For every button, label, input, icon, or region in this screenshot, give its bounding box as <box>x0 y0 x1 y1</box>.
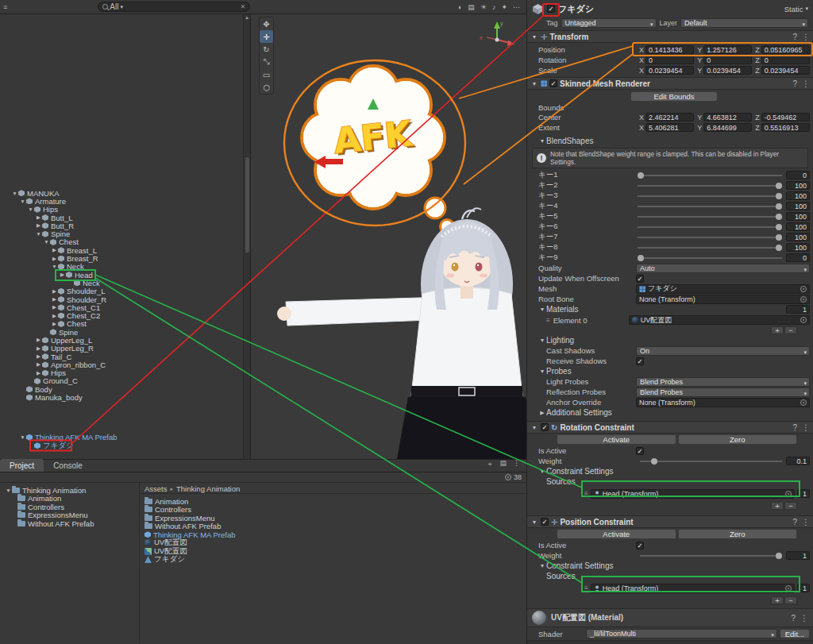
scroll-up-icon[interactable]: ▲ <box>244 14 250 20</box>
foldout-arrow-icon[interactable]: ▼ <box>530 519 538 525</box>
fold-arrow-icon[interactable]: ▶ <box>51 296 58 303</box>
fold-arrow-icon[interactable]: ▶ <box>51 304 58 310</box>
2d-toggle-icon[interactable]: ▤ <box>468 3 475 11</box>
materials-label[interactable]: Materials <box>546 305 786 314</box>
reflection-probes-dropdown[interactable]: Blend Probes <box>636 388 810 397</box>
breadcrumb-root[interactable]: Assets <box>144 484 168 493</box>
bounds-center-z-field[interactable]: -0.549462 <box>761 113 810 121</box>
foldout-arrow-icon[interactable]: ▼ <box>530 81 538 87</box>
blendshape-slider[interactable] <box>638 222 782 232</box>
rotation-constraint-header[interactable]: ▼ ↻ Rotation Constraint ?⋮ <box>527 421 813 434</box>
hierarchy-item-shoulder-l[interactable]: ▶Shoulder_L <box>0 287 250 295</box>
help-icon[interactable]: ? <box>791 614 796 623</box>
fold-arrow-icon[interactable]: ▶ <box>35 361 42 368</box>
blendshape-value-field[interactable]: 0 <box>786 253 810 262</box>
shader-dropdown[interactable]: _lil/lilToonMulti <box>586 629 777 638</box>
blendshape-value-field[interactable]: 100 <box>786 202 810 210</box>
fold-arrow-icon[interactable]: ▶ <box>35 222 42 229</box>
hierarchy-item-breast-l[interactable]: ▶Breast_L <box>0 246 250 254</box>
position-constraint-checkbox[interactable] <box>541 518 549 526</box>
lighting-label[interactable]: Lighting <box>546 336 574 345</box>
fold-arrow-icon[interactable]: ▶ <box>51 321 58 327</box>
transform-position-x-field[interactable]: 0.1413436 <box>645 45 694 54</box>
remove-icon[interactable]: − <box>784 326 797 334</box>
tag-dropdown[interactable]: Untagged <box>561 18 657 28</box>
weight-value-field[interactable]: 0.1 <box>786 457 810 465</box>
object-picker-icon[interactable] <box>800 399 807 406</box>
hierarchy-item-apron-ribbon-c[interactable]: ▶Apron_ribbon_C <box>0 361 250 368</box>
static-label[interactable]: Static <box>784 5 803 13</box>
blendshape-slider[interactable] <box>638 201 782 211</box>
hierarchy-item-upperleg-r[interactable]: ▶UpperLeg_R <box>0 345 250 353</box>
project-file-without-afk-prefab[interactable]: Without AFK Prefab <box>144 523 526 531</box>
kebab-menu-icon[interactable]: ⋮ <box>802 79 810 88</box>
blendshape-value-field[interactable]: 100 <box>786 191 810 200</box>
hamburger-icon[interactable]: ≡ <box>0 3 10 11</box>
project-file-item[interactable]: フキダシ <box>144 556 526 565</box>
move-tool-icon[interactable]: ✛ <box>260 30 273 43</box>
edit-bounds-button[interactable]: Edit Bounds <box>630 91 718 102</box>
foldout-arrow-icon[interactable]: ▼ <box>530 34 538 40</box>
smr-section-header[interactable]: ▼ Skinned Mesh Renderer ?⋮ <box>527 77 813 90</box>
scrollbar-thumb[interactable] <box>245 157 249 253</box>
kebab-menu-icon[interactable]: ⋮ <box>802 423 810 432</box>
offscreen-checkbox[interactable] <box>636 275 644 283</box>
transform-rotation-y-field[interactable]: 0 <box>703 56 752 64</box>
zero-button[interactable]: Zero <box>678 529 798 539</box>
bounds-extent-z-field[interactable]: 0.5516913 <box>761 123 810 132</box>
foldout-arrow-icon[interactable]: ▼ <box>538 469 546 474</box>
bounds-extent-y-field[interactable]: 6.844699 <box>703 123 752 132</box>
probes-label[interactable]: Probes <box>546 367 572 376</box>
project-file-expressionsmenu[interactable]: ExpressionsMenu <box>144 514 526 523</box>
hierarchy-item-chest[interactable]: ▶Chest <box>0 320 250 328</box>
fold-arrow-icon[interactable]: ▶ <box>51 288 58 295</box>
add-icon[interactable]: ＋ <box>771 596 784 604</box>
fold-arrow-icon[interactable]: ▼ <box>43 239 50 245</box>
project-folder-without-afk-prefab[interactable]: Without AFK Prefab <box>0 519 139 528</box>
hierarchy-item-upperleg-l[interactable]: ▶UpperLeg_L <box>0 336 250 344</box>
slider-thumb[interactable] <box>638 255 644 261</box>
fold-arrow-icon[interactable]: ▼ <box>35 231 42 237</box>
foldout-arrow-icon[interactable]: ▼ <box>538 563 546 569</box>
hierarchy-item-chest-c1[interactable]: ▶Chest_C1 <box>0 303 250 311</box>
foldout-arrow-icon[interactable]: ▶ <box>538 410 546 416</box>
kebab-menu-icon[interactable]: ⋮ <box>513 459 520 469</box>
smr-enable-checkbox[interactable] <box>549 79 557 87</box>
object-picker-icon[interactable] <box>785 491 792 497</box>
remove-icon[interactable]: − <box>784 502 797 510</box>
blendshape-value-field[interactable]: 100 <box>786 222 810 231</box>
hierarchy-item-breast-r[interactable]: ▶Breast_R <box>0 254 250 262</box>
receive-shadows-checkbox[interactable] <box>636 357 644 365</box>
effects-toggle-icon[interactable]: ✦ <box>501 3 507 11</box>
fold-arrow-icon[interactable]: ▶ <box>35 370 42 376</box>
hierarchy-item-chest[interactable]: ▼Chest <box>0 238 250 246</box>
object-picker-icon[interactable] <box>800 317 807 323</box>
rect-tool-icon[interactable]: ▭ <box>260 68 273 81</box>
activate-button[interactable]: Activate <box>557 434 676 445</box>
blendshape-value-field[interactable]: 100 <box>786 243 810 252</box>
slider-thumb[interactable] <box>776 234 782 241</box>
fold-arrow-icon[interactable]: ▶ <box>59 272 66 278</box>
fold-arrow-icon[interactable]: ▼ <box>19 199 26 204</box>
fold-arrow-icon[interactable]: ▶ <box>51 256 58 262</box>
slider-thumb[interactable] <box>776 193 782 199</box>
light-probes-dropdown[interactable]: Blend Probes <box>636 377 810 387</box>
blendshape-value-field[interactable]: 0 <box>786 171 810 179</box>
foldout-arrow-icon[interactable]: ▼ <box>538 307 546 312</box>
hierarchy-item-butt-l[interactable]: ▶Butt_L <box>0 214 250 222</box>
view-tool-icon[interactable]: ✥ <box>260 17 273 30</box>
weight-slider[interactable] <box>640 550 782 561</box>
help-icon[interactable]: ? <box>792 423 797 432</box>
fold-arrow-icon[interactable]: ▶ <box>51 247 58 253</box>
transform-scale-x-field[interactable]: 0.0239454 <box>645 66 694 75</box>
project-file-uv[interactable]: UV配置図 <box>144 539 526 548</box>
shader-edit-button[interactable]: Edit... <box>780 629 810 638</box>
material-section-header[interactable]: UV配置図 (Material) ?⋮ <box>527 608 813 627</box>
constraint-settings-label[interactable]: Constraint Settings <box>546 467 614 476</box>
chevron-down-icon[interactable]: ▾ <box>805 6 808 12</box>
transform-scale-z-field[interactable]: 0.0239454 <box>761 66 810 75</box>
position-source-field[interactable]: Head (Transform) <box>591 584 795 593</box>
slider-thumb[interactable] <box>776 245 782 251</box>
bounds-center-y-field[interactable]: 4.663812 <box>703 113 752 121</box>
fold-arrow-icon[interactable]: ▶ <box>35 353 42 360</box>
